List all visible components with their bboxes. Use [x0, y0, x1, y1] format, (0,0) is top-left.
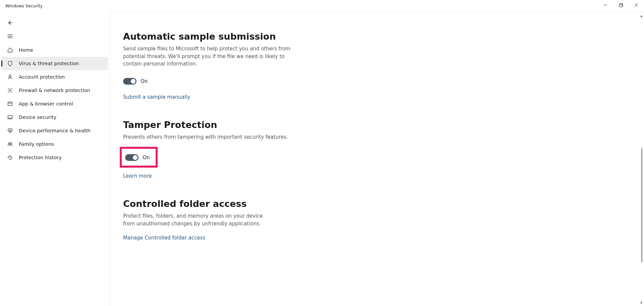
- sidebar-item-home[interactable]: Home: [1, 43, 108, 57]
- sidebar-item-firewall[interactable]: Firewall & network protection: [1, 84, 108, 97]
- sidebar-item-app-browser[interactable]: App & browser control: [1, 97, 108, 111]
- sidebar-item-device-performance[interactable]: Device performance & health: [1, 124, 108, 137]
- toggle-state-label: On: [143, 155, 150, 161]
- section-description: Protect files, folders, and memory areas…: [123, 212, 274, 227]
- app-browser-icon: [7, 101, 13, 107]
- arrow-left-icon: [7, 20, 13, 26]
- svg-rect-9: [8, 102, 12, 106]
- sidebar-item-label: App & browser control: [19, 101, 73, 106]
- health-icon: [7, 128, 13, 134]
- scroll-thumb[interactable]: [641, 148, 642, 262]
- sidebar-item-label: Device performance & health: [19, 128, 91, 133]
- content-panel: Automatic sample submission Send sample …: [109, 12, 644, 306]
- titlebar: Windows Security: [0, 0, 644, 12]
- section-title: Automatic sample submission: [123, 31, 631, 42]
- svg-point-7: [9, 75, 11, 77]
- section-controlled-folder-access: Controlled folder access Protect files, …: [123, 199, 631, 241]
- sidebar-item-label: Home: [19, 47, 33, 53]
- firewall-icon: [7, 87, 13, 93]
- back-button[interactable]: [1, 16, 108, 30]
- close-button[interactable]: [629, 0, 644, 10]
- toggle-tamper-protection[interactable]: On: [123, 154, 150, 161]
- window-controls: [598, 0, 644, 10]
- scroll-down-icon: ▼: [639, 301, 643, 305]
- sidebar-item-label: Firewall & network protection: [19, 88, 90, 93]
- family-icon: [7, 141, 13, 147]
- svg-point-8: [10, 90, 11, 91]
- svg-rect-11: [8, 116, 12, 118]
- window-title: Windows Security: [5, 0, 43, 8]
- sidebar: Home Virus & threat protection Account p…: [0, 12, 109, 306]
- sidebar-item-label: Protection history: [19, 155, 62, 160]
- section-description: Send sample files to Microsoft to help p…: [123, 45, 291, 68]
- toggle-state-label: On: [141, 78, 148, 84]
- shield-icon: [7, 60, 13, 67]
- sidebar-item-label: Family options: [19, 141, 54, 147]
- link-manage-controlled-folder-access[interactable]: Manage Controlled folder access: [123, 235, 631, 241]
- sidebar-item-label: Account protection: [19, 74, 65, 80]
- svg-rect-1: [619, 4, 622, 7]
- history-icon: [7, 155, 13, 161]
- device-icon: [7, 114, 13, 120]
- vertical-scrollbar[interactable]: ▲ ▼: [639, 14, 643, 305]
- sidebar-item-device-security[interactable]: Device security: [1, 111, 108, 124]
- hamburger-icon: [7, 33, 13, 39]
- sidebar-item-label: Virus & threat protection: [19, 61, 79, 66]
- link-learn-more[interactable]: Learn more: [123, 173, 631, 179]
- sidebar-item-label: Device security: [19, 115, 56, 120]
- sidebar-item-family-options[interactable]: Family options: [1, 137, 108, 151]
- section-tamper-protection: Tamper Protection Prevents others from t…: [123, 120, 631, 179]
- nav-hamburger-button[interactable]: [1, 30, 108, 43]
- svg-point-14: [10, 142, 12, 144]
- sidebar-item-virus-threat[interactable]: Virus & threat protection: [1, 57, 108, 70]
- sidebar-item-protection-history[interactable]: Protection history: [1, 151, 108, 164]
- minimize-button[interactable]: [598, 0, 613, 10]
- section-title: Controlled folder access: [123, 199, 631, 209]
- section-automatic-sample-submission: Automatic sample submission Send sample …: [123, 31, 631, 100]
- link-submit-sample-manually[interactable]: Submit a sample manually: [123, 94, 631, 100]
- section-title: Tamper Protection: [123, 120, 631, 130]
- scroll-up-icon: ▲: [639, 14, 643, 18]
- toggle-switch-icon: [125, 154, 139, 161]
- sidebar-item-account-protection[interactable]: Account protection: [1, 70, 108, 84]
- home-icon: [7, 47, 13, 53]
- toggle-automatic-sample-submission[interactable]: On: [123, 78, 631, 85]
- account-icon: [7, 74, 13, 80]
- highlight-annotation: On: [120, 147, 158, 168]
- toggle-switch-icon: [123, 78, 137, 85]
- section-description: Prevents others from tampering with impo…: [123, 133, 291, 141]
- svg-point-13: [8, 142, 10, 144]
- maximize-button[interactable]: [613, 0, 629, 10]
